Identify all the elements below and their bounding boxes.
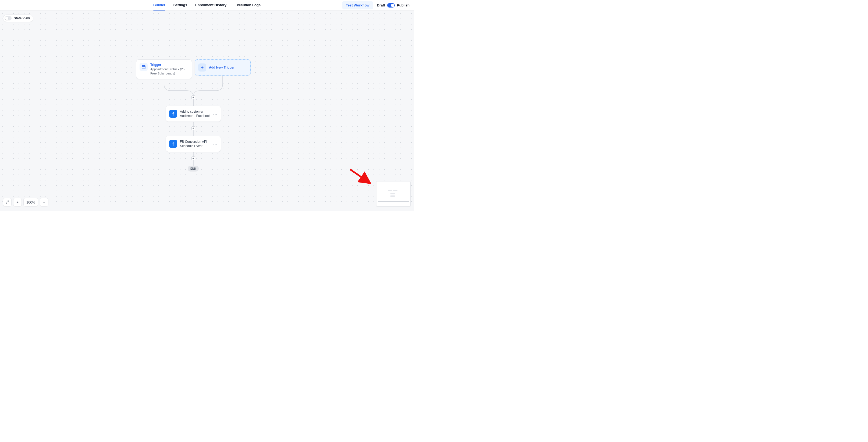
add-step-button-3[interactable]: + bbox=[191, 156, 195, 160]
zoom-controls: + 100% − bbox=[3, 198, 49, 207]
fit-view-button[interactable] bbox=[3, 198, 11, 207]
add-step-button-2[interactable]: + bbox=[191, 126, 195, 130]
svg-rect-2 bbox=[142, 66, 145, 69]
action-label: FB Conversion API Schedule Event bbox=[180, 139, 211, 148]
zoom-out-button[interactable]: − bbox=[40, 198, 49, 207]
calendar-icon bbox=[140, 63, 148, 71]
minimap-node bbox=[391, 193, 395, 194]
test-workflow-button[interactable]: Test Workflow bbox=[342, 1, 373, 9]
facebook-icon bbox=[169, 140, 177, 148]
add-trigger-label: Add New Trigger bbox=[209, 66, 235, 69]
publish-toggle-group: Draft Publish bbox=[377, 3, 409, 7]
minimap-node bbox=[393, 190, 397, 191]
stats-view-switch[interactable] bbox=[5, 16, 11, 21]
trigger-node[interactable]: Trigger Appointment Status - (25 Free So… bbox=[136, 59, 192, 79]
facebook-icon bbox=[169, 110, 177, 118]
tab-builder[interactable]: Builder bbox=[153, 0, 165, 10]
tab-enrollment-history[interactable]: Enrollment History bbox=[195, 0, 226, 10]
minimap-node bbox=[388, 190, 392, 191]
minimap-node bbox=[391, 195, 395, 197]
action-label: Add to customer Audience - Facebook bbox=[180, 109, 211, 118]
nav-tabs: Builder Settings Enrollment History Exec… bbox=[153, 0, 260, 10]
stats-view-toggle[interactable]: Stats View bbox=[3, 14, 33, 22]
zoom-in-button[interactable]: + bbox=[13, 198, 22, 207]
zoom-level-label: 100% bbox=[23, 198, 38, 207]
tab-settings[interactable]: Settings bbox=[174, 0, 187, 10]
stats-view-label: Stats View bbox=[14, 17, 30, 20]
top-navbar: Builder Settings Enrollment History Exec… bbox=[0, 0, 414, 11]
svg-line-9 bbox=[350, 169, 369, 182]
trigger-subtitle: Appointment Status - (25 Free Solar Lead… bbox=[150, 67, 188, 75]
action-node-fb-conversion[interactable]: FB Conversion API Schedule Event ... bbox=[166, 136, 221, 152]
annotation-arrow bbox=[348, 168, 375, 187]
publish-toggle[interactable] bbox=[387, 3, 395, 7]
minimap[interactable] bbox=[376, 181, 411, 207]
draft-label: Draft bbox=[377, 3, 385, 7]
tab-execution-logs[interactable]: Execution Logs bbox=[235, 0, 260, 10]
action-node-facebook-audience[interactable]: Add to customer Audience - Facebook ... bbox=[166, 106, 221, 122]
trigger-title: Trigger bbox=[150, 63, 188, 67]
add-new-trigger-node[interactable]: Add New Trigger bbox=[195, 59, 251, 75]
more-icon[interactable]: ... bbox=[213, 111, 218, 116]
plus-icon bbox=[198, 63, 206, 71]
add-step-button-1[interactable]: + bbox=[191, 95, 195, 99]
topbar-right: Test Workflow Draft Publish bbox=[342, 1, 409, 9]
end-node: END bbox=[188, 166, 199, 171]
more-icon[interactable]: ... bbox=[213, 141, 218, 146]
publish-label: Publish bbox=[397, 3, 409, 7]
workflow-canvas[interactable]: Stats View + + + Trigger Appointment Sta… bbox=[0, 11, 414, 211]
